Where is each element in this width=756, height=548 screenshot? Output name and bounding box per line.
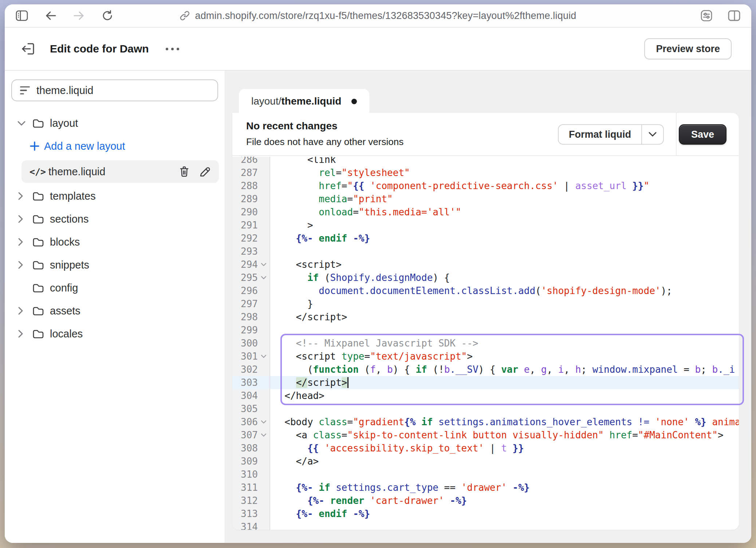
line-number: 294 — [232, 259, 258, 270]
line-number: 304 — [232, 390, 258, 401]
sidebar-item-label: Add a new layout — [44, 140, 125, 152]
line-number: 306 — [232, 416, 258, 427]
trash-icon[interactable] — [179, 166, 190, 177]
line-number: 312 — [232, 495, 258, 506]
chevron-right-icon — [17, 237, 24, 247]
folder-icon — [32, 214, 44, 224]
line-number: 299 — [232, 325, 258, 336]
reload-icon[interactable] — [102, 10, 113, 21]
chevron-right-icon — [17, 329, 24, 338]
editor-card-header: No recent changes File does not have any… — [232, 113, 739, 156]
line-number: 297 — [232, 298, 258, 309]
sidebar-item-snippets[interactable]: snippets — [11, 256, 219, 274]
chevron-right-icon — [17, 260, 24, 270]
back-icon[interactable] — [45, 11, 56, 21]
code-line-301: <script type="text/javascript"> — [270, 350, 739, 363]
line-number: 290 — [232, 207, 258, 218]
code-line-307: <a class="skip-to-content-link button vi… — [270, 428, 739, 442]
editor-card: No recent changes File does not have any… — [232, 113, 739, 530]
code-line-305 — [270, 402, 739, 415]
folder-icon — [32, 260, 44, 270]
line-number: 305 — [232, 403, 258, 414]
code-line-312: {%- render 'cart-drawer' -%} — [270, 494, 739, 507]
plus-icon — [29, 141, 40, 151]
app-header: Edit code for Dawn Preview store — [5, 28, 751, 71]
code-line-298: </script> — [270, 310, 739, 324]
fold-toggle-icon[interactable] — [261, 275, 267, 280]
sidebar-item-label: assets — [50, 305, 80, 317]
filter-input[interactable] — [36, 85, 209, 97]
sidebar-item-layout[interactable]: layout — [11, 114, 219, 132]
save-button[interactable]: Save — [679, 124, 727, 145]
code-line-311: {%- if settings.cart_type == 'drawer' -%… — [270, 481, 739, 494]
folder-icon — [32, 118, 44, 128]
line-number: 310 — [232, 469, 258, 480]
sidebar-item-sections[interactable]: sections — [11, 210, 219, 228]
sidebar-item-blocks[interactable]: blocks — [11, 233, 219, 251]
chevron-down-icon — [648, 132, 657, 137]
code-editor[interactable]: 2862872882892902912922932942952962972982… — [232, 157, 739, 530]
code-line-302: (function (f, b) { if (!b.__SV) { var e,… — [270, 363, 739, 376]
forward-icon[interactable] — [73, 11, 85, 21]
preview-store-button[interactable]: Preview store — [644, 38, 732, 59]
code-line-308: {{ 'accessibility.skip_to_text' | t }} — [270, 442, 739, 455]
line-number: 289 — [232, 193, 258, 204]
fold-toggle-icon[interactable] — [261, 420, 267, 424]
line-number: 298 — [232, 312, 258, 322]
address-bar[interactable]: admin.shopify.com/store/rzq1xu-f5/themes… — [180, 4, 576, 27]
split-view-icon[interactable] — [728, 10, 740, 21]
sidebar-item-config[interactable]: config — [11, 279, 219, 297]
code-line-303: </script> — [270, 376, 739, 389]
sidebar-item-label: theme.liquid — [48, 166, 105, 178]
code-line-306: <body class="gradient{% if settings.anim… — [270, 415, 739, 428]
sidebar-item-add-a-new-layout[interactable]: Add a new layout — [11, 137, 219, 155]
more-menu-icon[interactable] — [166, 48, 179, 50]
folder-icon — [32, 283, 44, 293]
line-number: 303 — [232, 377, 258, 388]
trash-button[interactable] — [179, 166, 190, 177]
pencil-button[interactable] — [199, 166, 211, 177]
sidebar-item-label: locales — [50, 328, 83, 340]
line-number: 308 — [232, 443, 258, 454]
code-line-310 — [270, 468, 739, 481]
folder-icon — [32, 329, 44, 339]
sidebar-item-theme.liquid[interactable]: </>theme.liquid — [21, 160, 219, 183]
page-title: Edit code for Dawn — [50, 43, 149, 55]
line-number: 307 — [232, 430, 258, 441]
status-subtitle: File does not have any other versions — [246, 136, 739, 148]
format-dropdown-toggle[interactable] — [641, 125, 663, 144]
file-filter[interactable] — [11, 79, 218, 101]
code-pane[interactable]: <link rel="stylesheet" href="{{ 'compone… — [270, 157, 739, 530]
page-settings-icon[interactable] — [700, 9, 713, 22]
chevron-down-icon — [17, 120, 26, 126]
format-liquid-button[interactable]: Format liquid — [558, 124, 664, 145]
sidebar-item-locales[interactable]: locales — [11, 325, 219, 342]
code-line-294: <script> — [270, 258, 739, 271]
exit-icon[interactable] — [21, 41, 36, 56]
header-divider — [676, 113, 677, 155]
code-line-292: {%- endif -%} — [270, 232, 739, 245]
editor-main: layout/theme.liquid No recent changes Fi… — [225, 71, 751, 543]
code-line-296: document.documentElement.classList.add('… — [270, 284, 739, 297]
sidebar-toggle-icon[interactable] — [16, 10, 28, 21]
line-number: 292 — [232, 233, 258, 244]
fold-toggle-icon[interactable] — [261, 354, 267, 359]
pencil-icon[interactable] — [199, 166, 211, 177]
code-line-297: } — [270, 297, 739, 310]
tab-theme-liquid[interactable]: layout/theme.liquid — [239, 89, 369, 114]
line-number-gutter: 2862872882892902912922932942952962972982… — [232, 157, 270, 530]
folder-icon — [32, 306, 44, 316]
fold-toggle-icon[interactable] — [261, 433, 267, 437]
browser-window: admin.shopify.com/store/rzq1xu-f5/themes… — [5, 4, 751, 543]
code-line-293 — [270, 245, 739, 258]
unsaved-dot — [351, 99, 357, 104]
line-number: 301 — [232, 351, 258, 362]
sidebar-item-assets[interactable]: assets — [11, 302, 219, 320]
url-text: admin.shopify.com/store/rzq1xu-f5/themes… — [195, 10, 576, 21]
line-number: 293 — [232, 246, 258, 257]
fold-toggle-icon[interactable] — [261, 262, 267, 267]
file-sidebar: layoutAdd a new layout</>theme.liquidtem… — [5, 71, 225, 543]
sidebar-item-label: templates — [50, 190, 96, 202]
line-number: 286 — [232, 157, 258, 165]
sidebar-item-templates[interactable]: templates — [11, 187, 219, 205]
